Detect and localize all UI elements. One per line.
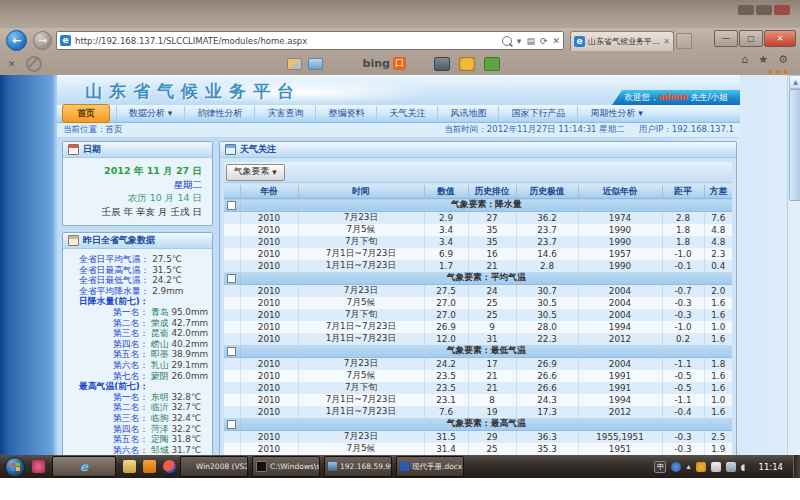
- column-header[interactable]: 数值: [424, 185, 468, 199]
- url-text[interactable]: http://192.168.137.1/SLCCLIMATE/modules/…: [75, 36, 502, 46]
- compatibility-view-icon[interactable]: ▤: [526, 36, 535, 46]
- window-minimize-button[interactable]: —: [714, 30, 738, 47]
- search-icon[interactable]: [502, 36, 512, 46]
- browser-tab[interactable]: e 山东省气候业务平... ✕: [570, 31, 674, 51]
- cell-rank: 17: [468, 358, 516, 371]
- nav-item[interactable]: 首页: [62, 104, 110, 123]
- screen: ← → e http://192.168.137.1/SLCCLIMATE/mo…: [0, 0, 800, 500]
- table-row[interactable]: 20107月1日~7月23日26.9928.01994-1.01.0: [224, 321, 732, 333]
- bing-toolbar[interactable]: bing 口: [363, 57, 406, 70]
- refresh-icon[interactable]: ⟳: [540, 36, 548, 46]
- cell: [224, 358, 240, 371]
- column-header[interactable]: 年份: [240, 185, 298, 199]
- group-checkbox[interactable]: [227, 201, 236, 210]
- toolbar-close-icon[interactable]: ✕: [8, 59, 16, 69]
- group-checkbox[interactable]: [227, 274, 236, 283]
- column-header[interactable]: 距平: [662, 185, 704, 199]
- table-row[interactable]: 20107月下旬27.02530.52004-0.31.6: [224, 309, 732, 321]
- plugin-icon[interactable]: [484, 57, 500, 71]
- round-app-icon[interactable]: [163, 460, 176, 473]
- table-row[interactable]: 20107月下旬23.52126.61991-0.51.6: [224, 382, 732, 394]
- settings-gear-icon[interactable]: ⚙: [778, 53, 788, 66]
- nav-item[interactable]: 数据分析 ▾: [116, 106, 184, 121]
- column-header[interactable]: 历史排位: [468, 185, 516, 199]
- group-row[interactable]: 气象要素：平均气温: [224, 272, 732, 285]
- column-header[interactable]: 近似年份: [578, 185, 662, 199]
- address-bar[interactable]: e http://192.168.137.1/SLCCLIMATE/module…: [56, 31, 564, 50]
- new-tab-button[interactable]: [676, 33, 692, 49]
- scroll-up-arrow[interactable]: ▲: [789, 75, 800, 89]
- group-row[interactable]: 气象要素：降水量: [224, 199, 732, 212]
- table-row[interactable]: 20101月1日~7月23日1.7212.81990-0.10.4: [224, 260, 732, 272]
- forward-button[interactable]: →: [33, 31, 52, 50]
- table-row[interactable]: 20107月1日~7月23日23.1824.31994-1.11.0: [224, 394, 732, 406]
- table-row[interactable]: 20107月下旬3.43523.719901.84.8: [224, 236, 732, 248]
- nav-item[interactable]: 风讯地图: [437, 106, 498, 121]
- favorites-star-icon[interactable]: ★: [758, 53, 768, 66]
- column-header[interactable]: 历史极值: [516, 185, 578, 199]
- search-dropdown-icon[interactable]: ▾: [517, 36, 522, 46]
- language-indicator[interactable]: 中: [654, 461, 666, 473]
- network-icon[interactable]: [726, 462, 736, 472]
- taskbar-window-button[interactable]: C:\Windows\s...: [252, 456, 320, 477]
- taskbar-window-button[interactable]: 192.168.59.99...: [324, 456, 392, 477]
- vertical-scrollbar[interactable]: ▲ ▼: [787, 75, 800, 478]
- camera-icon[interactable]: [434, 57, 450, 71]
- tray-expand-icon[interactable]: ▴: [686, 462, 690, 471]
- cell-year: 2010: [240, 358, 298, 371]
- nav-item[interactable]: 韵律性分析: [184, 106, 254, 121]
- bing-logo: bing: [363, 57, 390, 70]
- station-name: 崂山: [151, 339, 169, 349]
- table-row[interactable]: 20107月5候23.52126.61991-0.51.6: [224, 370, 732, 382]
- table-row[interactable]: 20107月5候31.42535.31951-0.31.9: [224, 443, 732, 455]
- cards-icon[interactable]: [287, 58, 302, 70]
- cell: [224, 260, 240, 272]
- group-row[interactable]: 气象要素：最低气温: [224, 345, 732, 358]
- back-button[interactable]: ←: [6, 30, 27, 51]
- start-button[interactable]: [5, 457, 25, 477]
- media-app-icon[interactable]: [32, 460, 45, 473]
- cell: [224, 309, 240, 321]
- table-row[interactable]: 20101月1日~7月23日7.61917.32012-0.41.6: [224, 406, 732, 418]
- ime-icon[interactable]: [671, 462, 681, 472]
- taskbar-window-button[interactable]: Win2008 (VS2...: [180, 456, 248, 477]
- nav-item[interactable]: 周期性分析 ▾: [577, 106, 654, 121]
- stop-icon[interactable]: ✕: [552, 36, 560, 46]
- table-row[interactable]: 20107月5候3.43523.719901.84.8: [224, 224, 732, 236]
- explorer-icon[interactable]: [123, 460, 136, 473]
- taskbar-window-button[interactable]: 现代手册.docx...: [396, 456, 464, 477]
- group-checkbox[interactable]: [227, 347, 236, 356]
- column-header[interactable]: 方差: [704, 185, 732, 199]
- element-filter-button[interactable]: 气象要素▾: [226, 164, 285, 181]
- rank-value: 32.8℃: [171, 392, 200, 402]
- table-row[interactable]: 20107月23日24.21726.92004-1.11.8: [224, 358, 732, 371]
- group-checkbox[interactable]: [227, 420, 236, 429]
- antivirus-tray-icon[interactable]: [696, 462, 706, 472]
- mail-icon[interactable]: [308, 58, 323, 70]
- orange-app-icon[interactable]: [143, 460, 156, 473]
- table-row[interactable]: 20107月23日2.92736.219742.87.6: [224, 212, 732, 225]
- table-row[interactable]: 20107月5候27.02530.52004-0.31.6: [224, 297, 732, 309]
- tab-close-icon[interactable]: ✕: [663, 37, 670, 46]
- nav-item[interactable]: 灾害查询: [254, 106, 315, 121]
- nav-item[interactable]: 天气关注: [376, 106, 437, 121]
- scrollbar-thumb[interactable]: [789, 89, 800, 201]
- volume-icon[interactable]: ◖: [741, 462, 751, 472]
- table-row[interactable]: 20107月23日27.52430.72004-0.72.0: [224, 285, 732, 298]
- window-maximize-button[interactable]: ▢: [739, 30, 763, 47]
- table-row[interactable]: 20107月1日~7月23日6.91614.61957-1.02.3: [224, 248, 732, 260]
- column-header[interactable]: 时间: [298, 185, 424, 199]
- paw-icon[interactable]: [459, 57, 475, 71]
- table-row[interactable]: 20101月1日~7月23日12.03122.320120.21.6: [224, 333, 732, 345]
- nav-item[interactable]: 国家下行产品: [498, 106, 577, 121]
- taskbar-clock[interactable]: 11:14: [759, 462, 784, 472]
- home-icon[interactable]: ⌂: [741, 53, 748, 66]
- group-row[interactable]: 气象要素：最高气温: [224, 418, 732, 431]
- rank-line: 第五名： 定陶 31.8℃: [69, 434, 206, 445]
- nav-item[interactable]: 整编资料: [315, 106, 376, 121]
- ie-taskbar-button[interactable]: e: [52, 456, 116, 477]
- show-desktop-button[interactable]: [793, 455, 800, 478]
- action-center-flag-icon[interactable]: [711, 462, 721, 472]
- window-close-button[interactable]: ✕: [764, 30, 796, 47]
- table-row[interactable]: 20107月23日31.52936.31955,1951-0.32.5: [224, 431, 732, 444]
